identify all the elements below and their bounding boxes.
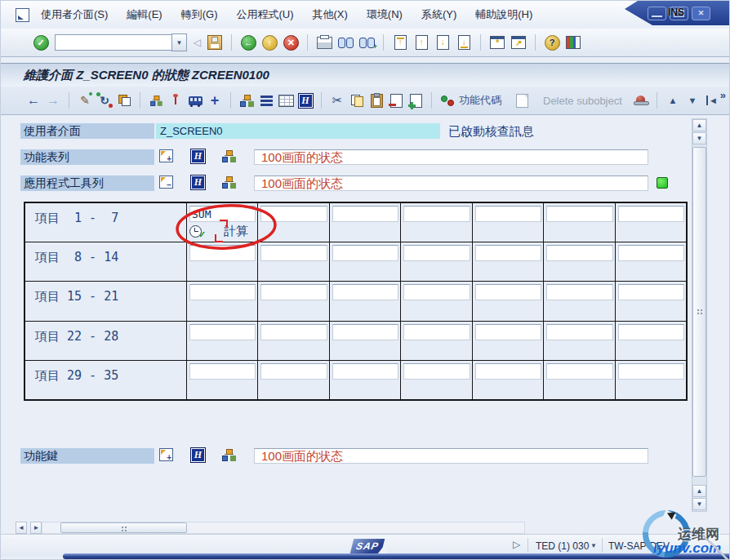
paste-button[interactable] xyxy=(367,91,386,109)
cancel-button[interactable]: ✕ xyxy=(280,32,301,53)
horizontal-scroll-thumb[interactable] xyxy=(60,522,187,533)
grid-cell-input[interactable] xyxy=(618,206,684,222)
horizontal-scroll-track[interactable] xyxy=(42,522,525,534)
expand-node-icon[interactable] xyxy=(159,448,173,461)
table-view-button[interactable] xyxy=(276,91,296,109)
sort-up-button[interactable]: ▲ xyxy=(663,91,683,109)
grid-cell-input[interactable] xyxy=(403,324,470,340)
first-page-button[interactable]: ↑ xyxy=(389,32,411,53)
system-menu-icon[interactable] xyxy=(16,8,29,22)
exit-button[interactable]: ↑ xyxy=(259,32,280,53)
grid-cell-input[interactable] xyxy=(332,245,398,261)
command-input[interactable] xyxy=(55,34,171,51)
new-session-button[interactable]: * xyxy=(487,32,508,53)
grid-cell-input[interactable] xyxy=(189,245,256,261)
grid-cell-input[interactable] xyxy=(189,284,256,300)
grid-cell-input[interactable] xyxy=(260,206,327,222)
grid-cell-input[interactable] xyxy=(475,324,541,340)
page-up-button[interactable]: ↑ xyxy=(411,32,432,53)
sort-down-button[interactable]: ▼ xyxy=(683,91,702,109)
grid-cell-input[interactable] xyxy=(260,363,327,380)
grid-cell-input[interactable] xyxy=(475,284,541,300)
create-shortcut-button[interactable]: ↗ xyxy=(508,32,529,53)
close-button[interactable]: ✕ xyxy=(692,7,710,20)
move-button[interactable]: + xyxy=(205,91,225,109)
delete-row-button[interactable] xyxy=(386,91,406,109)
expand-node-icon[interactable] xyxy=(159,149,173,162)
menu-item-edit[interactable]: 編輯(E) xyxy=(127,7,162,22)
grid-cell-input[interactable] xyxy=(332,363,398,380)
grid-cell-input[interactable] xyxy=(618,284,684,300)
page-down-button[interactable]: ↓ xyxy=(432,32,453,53)
vertical-scroll-thumb[interactable] xyxy=(692,147,706,477)
info-icon[interactable]: H xyxy=(190,447,206,463)
grid-cell-input[interactable] xyxy=(546,324,612,340)
function-code-button[interactable] xyxy=(438,91,457,109)
scroll-right-button[interactable]: ► xyxy=(30,522,42,534)
stack-list-button[interactable] xyxy=(256,91,276,109)
grid-cell-input[interactable] xyxy=(332,206,398,222)
grid-cell-input[interactable] xyxy=(475,206,541,222)
org-chart-button[interactable] xyxy=(237,91,256,109)
back-button[interactable]: ← xyxy=(238,32,259,53)
grid-cell-input[interactable] xyxy=(260,324,327,340)
scroll-up-button[interactable]: ▲ xyxy=(692,485,706,497)
grid-cell-input[interactable] xyxy=(260,284,327,300)
menu-item-user-interface[interactable]: 使用者介面(S) xyxy=(41,7,108,22)
grid-cell-input[interactable] xyxy=(403,206,470,222)
regenerate-button[interactable]: ↻ xyxy=(95,91,114,109)
copy-object-button[interactable] xyxy=(114,91,134,109)
copy-button[interactable] xyxy=(347,91,367,109)
grid-cell-input[interactable] xyxy=(546,206,612,222)
first-record-button[interactable]: ◄ xyxy=(702,91,722,109)
grid-cell-input[interactable] xyxy=(189,324,256,340)
minimize-button[interactable] xyxy=(648,7,666,20)
info-icon[interactable]: H xyxy=(190,175,206,190)
customize-layout-button[interactable] xyxy=(563,32,584,53)
grid-cell-input[interactable] xyxy=(189,363,256,380)
edit-button[interactable]: ✎ xyxy=(75,91,95,109)
hierarchy-button[interactable] xyxy=(146,91,166,109)
scroll-left-button[interactable]: ◄ xyxy=(16,522,27,534)
menu-item-environment[interactable]: 環境(N) xyxy=(367,7,403,22)
toolbar-collapse-icon[interactable]: ◁ xyxy=(194,37,201,48)
grid-cell-input[interactable] xyxy=(332,324,398,340)
last-page-button[interactable]: ↓ xyxy=(453,32,474,53)
grid-cell-input[interactable] xyxy=(403,284,470,300)
status-dropdown-icon[interactable]: ▼ xyxy=(590,542,597,549)
grid-cell-input[interactable] xyxy=(546,245,612,261)
grid-cell-input[interactable] xyxy=(618,363,684,380)
grid-cell-input[interactable] xyxy=(546,363,612,380)
grid-cell-input[interactable] xyxy=(618,245,684,261)
menu-bar-status-field[interactable]: 100画面的状态 xyxy=(254,149,648,165)
insert-row-button[interactable] xyxy=(406,91,425,109)
info-button[interactable]: H xyxy=(296,91,315,109)
scroll-up-button[interactable]: ▲ xyxy=(692,119,706,131)
nav-back-button[interactable]: ← xyxy=(24,91,43,109)
function-keys-status-field[interactable]: 100画面的状态 xyxy=(254,448,648,464)
grid-cell-input[interactable] xyxy=(403,363,470,380)
find-next-button[interactable]: + xyxy=(356,32,377,53)
collapse-node-icon[interactable] xyxy=(159,176,173,189)
command-dropdown-icon[interactable]: ▼ xyxy=(171,33,187,51)
hierarchy-icon[interactable] xyxy=(222,176,236,189)
grid-cell-input[interactable] xyxy=(546,284,612,300)
app-toolbar-status-field[interactable]: 100画面的状态 xyxy=(254,176,648,191)
grid-cell-input[interactable] xyxy=(475,245,541,261)
hierarchy-icon[interactable] xyxy=(222,449,236,461)
menu-item-goto[interactable]: 轉到(G) xyxy=(181,7,218,22)
scroll-down-button[interactable]: ▼ xyxy=(692,132,706,144)
nav-forward-button[interactable]: → xyxy=(43,91,63,109)
new-page-icon[interactable] xyxy=(516,94,528,108)
grid-cell-input[interactable] xyxy=(475,363,541,380)
grid-cell-input[interactable] xyxy=(403,245,470,261)
enter-button[interactable]: ✓ xyxy=(30,32,51,53)
menu-item-system[interactable]: 系統(Y) xyxy=(421,7,456,22)
cut-button[interactable]: ✂ xyxy=(327,91,347,109)
menu-item-help[interactable]: 輔助說明(H) xyxy=(475,7,532,22)
sequence-button[interactable] xyxy=(185,91,205,109)
help-button[interactable]: ? xyxy=(541,32,563,53)
scroll-down-button[interactable]: ▼ xyxy=(692,498,706,510)
test-button[interactable] xyxy=(166,91,185,109)
interface-name-field[interactable]: Z_SCREEN0 xyxy=(156,123,440,139)
